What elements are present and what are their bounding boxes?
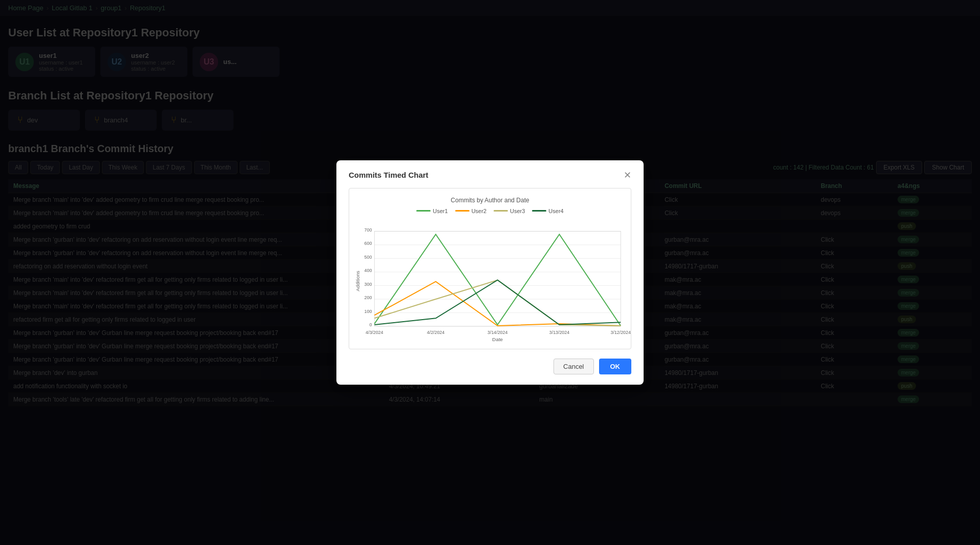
- x-label-4: 3/13/2024: [549, 330, 569, 335]
- commits-chart-modal: Commits Timed Chart ✕ Commits by Author …: [336, 160, 644, 385]
- x-label-3: 3/14/2024: [487, 330, 507, 335]
- close-modal-button[interactable]: ✕: [624, 171, 631, 180]
- legend-label-user4: User4: [548, 208, 563, 214]
- modal-footer: Cancel OK: [349, 359, 631, 374]
- ok-button[interactable]: OK: [599, 359, 632, 374]
- modal-header: Commits Timed Chart ✕: [349, 171, 631, 180]
- legend-color-user1: [416, 210, 431, 212]
- legend-label-user2: User2: [472, 208, 486, 214]
- y-tick-400: 400: [365, 268, 372, 273]
- modal-title: Commits Timed Chart: [349, 171, 429, 179]
- legend-user1: User1: [416, 208, 448, 214]
- y-tick-700: 700: [365, 227, 372, 232]
- y-tick-200: 200: [365, 295, 372, 300]
- chart-legend: User1 User2 User3 User4: [354, 208, 626, 214]
- legend-user4: User4: [532, 208, 563, 214]
- chart-svg: Additions 0 100 200 300 400 500 600 700: [354, 218, 626, 344]
- line-user3: [374, 280, 621, 326]
- svg-rect-8: [374, 231, 621, 326]
- y-tick-300: 300: [365, 281, 372, 286]
- y-tick-600: 600: [365, 241, 372, 246]
- chart-area: Commits by Author and Date User1 User2 U…: [349, 188, 631, 349]
- chart-title: Commits by Author and Date: [354, 197, 626, 204]
- y-tick-0: 0: [369, 322, 372, 327]
- line-user4: [374, 280, 621, 325]
- y-tick-500: 500: [365, 254, 372, 259]
- x-axis-title: Date: [492, 337, 503, 342]
- y-tick-100: 100: [365, 308, 372, 313]
- x-label-1: 4/3/2024: [366, 330, 383, 335]
- cancel-button[interactable]: Cancel: [553, 359, 593, 374]
- x-label-2: 4/2/2024: [427, 330, 444, 335]
- legend-color-user4: [532, 210, 546, 212]
- modal-overlay: Commits Timed Chart ✕ Commits by Author …: [0, 0, 980, 545]
- x-label-5: 3/12/2024: [611, 330, 631, 335]
- line-user2: [374, 281, 621, 325]
- legend-label-user3: User3: [510, 208, 525, 214]
- y-axis-title: Additions: [355, 270, 360, 291]
- legend-color-user2: [455, 210, 470, 212]
- legend-user3: User3: [494, 208, 525, 214]
- legend-user2: User2: [455, 208, 486, 214]
- legend-label-user1: User1: [433, 208, 448, 214]
- legend-color-user3: [494, 210, 508, 212]
